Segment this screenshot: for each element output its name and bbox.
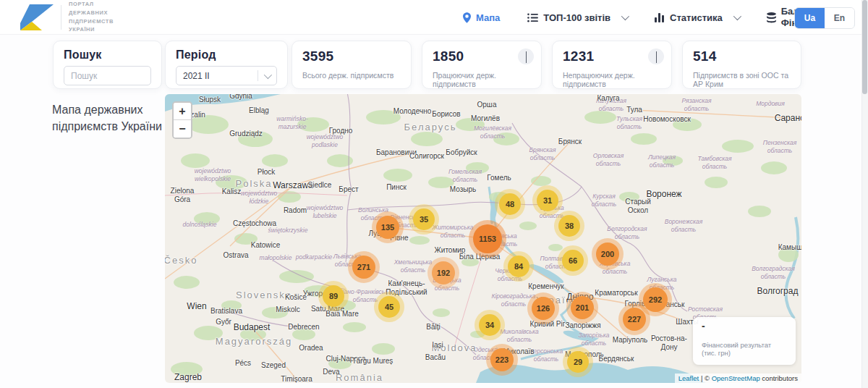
cluster-count: 227 <box>623 308 646 331</box>
cluster-count: 31 <box>537 190 558 211</box>
search-input[interactable] <box>71 71 144 81</box>
stat-label: Працюючих держ. підприємств <box>433 71 531 88</box>
map-cluster-marker[interactable]: 35 <box>409 204 439 235</box>
map-cluster-marker[interactable]: 1153 <box>469 220 506 258</box>
cluster-count: 38 <box>558 215 580 237</box>
search-card: Пошук <box>53 41 162 89</box>
select-divider <box>258 70 258 81</box>
cluster-count: 34 <box>479 314 501 336</box>
cluster-count: 84 <box>508 256 529 277</box>
cluster-count: 201 <box>571 296 594 319</box>
map-pin-icon <box>463 12 471 23</box>
map-cluster-marker[interactable]: 200 <box>592 238 624 270</box>
map-legend: - Фінансовий результат (тис. грн) <box>693 317 796 365</box>
map-cluster-marker[interactable]: 192 <box>427 257 459 289</box>
cluster-count: 192 <box>432 261 455 284</box>
cluster-count: 292 <box>643 287 668 312</box>
scrollbar-thumb[interactable] <box>862 0 867 94</box>
page-scrollbar[interactable] <box>861 0 868 388</box>
map-cluster-marker[interactable]: 45 <box>374 292 404 322</box>
cluster-count: 200 <box>596 242 619 266</box>
stat-card-inactive: 1231 Непрацюючих держ. підприємств <box>552 41 672 89</box>
legend-label: Фінансовий результат (тис. грн) <box>702 341 787 357</box>
chevron-down-icon <box>264 70 272 78</box>
lang-en-button[interactable]: En <box>825 8 854 28</box>
chevron-down-icon <box>656 51 657 63</box>
map-cluster-marker[interactable]: 271 <box>348 251 380 283</box>
map-cluster-marker[interactable]: 227 <box>618 303 650 335</box>
logo-divider <box>61 5 61 30</box>
chevron-down-icon <box>526 51 527 63</box>
chevron-down-icon <box>621 12 629 20</box>
nav-label-top100: ТОП-100 звітів <box>543 12 610 23</box>
cluster-count: 66 <box>562 250 584 271</box>
stat-card-oos-crimea: 514 Підприємств в зоні ООС та АР Крим <box>682 41 801 89</box>
stat-label: Непрацюючих держ. підприємств <box>563 71 661 88</box>
nav-item-top100[interactable]: ТОП-100 звітів <box>527 12 627 23</box>
map-cluster-marker[interactable]: 31 <box>532 185 563 216</box>
database-icon <box>767 12 776 23</box>
map-zoom-control: + − <box>172 101 192 139</box>
cluster-count: 35 <box>413 208 435 230</box>
period-title: Період <box>176 48 277 62</box>
nav-label-statistics: Статистика <box>670 12 723 23</box>
stat-label: Підприємств в зоні ООС та АР Крим <box>693 71 791 88</box>
stat-value: 1231 <box>563 48 661 64</box>
language-switcher: Ua En <box>794 7 855 29</box>
map-cluster-marker[interactable]: 135 <box>372 211 404 243</box>
stat-value: 1850 <box>433 48 531 64</box>
map-cluster-marker[interactable]: 201 <box>566 292 598 324</box>
stat-value: 3595 <box>302 48 401 64</box>
map-cluster-marker[interactable]: 38 <box>554 211 584 241</box>
stat-card-total: 3595 Всього держ. підприємств <box>292 41 412 89</box>
header: ПОРТАЛ ДЕРЖАВНИХ ПІДПРИЄМСТВ УКРАЇНИ Мап… <box>0 0 868 35</box>
stat-label: Всього держ. підприємств <box>302 71 401 80</box>
map-cluster-marker[interactable]: 29 <box>563 347 593 377</box>
page: ПОРТАЛ ДЕРЖАВНИХ ПІДПРИЄМСТВ УКРАЇНИ Мап… <box>0 0 868 388</box>
cluster-count: 126 <box>532 297 555 320</box>
cluster-count: 29 <box>567 351 589 373</box>
page-title: Мапа державних підприємств України <box>52 101 162 135</box>
logo-line: ДЕРЖАВНИХ <box>69 9 114 17</box>
logo-line: УКРАЇНИ <box>69 25 114 34</box>
map-cluster-marker[interactable]: 84 <box>503 251 534 282</box>
expand-button[interactable] <box>648 48 664 64</box>
map-canvas[interactable]: Волинська областьРівненська областьЖитом… <box>165 94 801 383</box>
zoom-out-button[interactable]: − <box>174 120 191 138</box>
map-cluster-marker[interactable]: 89 <box>318 281 349 311</box>
map-attribution: Leaflet | © OpenStreetMap contributors <box>675 374 801 383</box>
cluster-count: 89 <box>323 285 344 307</box>
osm-link[interactable]: OpenStreetMap <box>712 374 760 382</box>
nav-item-map[interactable]: Мапа <box>463 12 500 23</box>
map-cluster-marker[interactable]: 126 <box>527 292 559 324</box>
period-card: Період 2021 II <box>165 41 288 89</box>
map-cluster-marker[interactable]: 66 <box>558 245 588 276</box>
cluster-count: 135 <box>376 216 399 239</box>
logo-text: ПОРТАЛ ДЕРЖАВНИХ ПІДПРИЄМСТВ УКРАЇНИ <box>69 0 114 34</box>
logo-flag-icon <box>20 4 54 30</box>
nav-item-statistics[interactable]: Статистика <box>655 12 739 23</box>
period-select[interactable]: 2021 II <box>176 66 277 85</box>
stat-value: 514 <box>693 48 791 64</box>
bar-chart-icon <box>655 13 665 22</box>
nav-label-map: Мапа <box>476 12 500 23</box>
map-cluster-marker[interactable]: 48 <box>495 189 525 219</box>
map-cluster-marker[interactable]: 34 <box>475 310 505 340</box>
leaflet-link[interactable]: Leaflet <box>678 374 699 382</box>
cluster-count: 1153 <box>473 224 502 253</box>
cluster-count: 271 <box>352 256 375 279</box>
search-title: Пошук <box>64 48 151 62</box>
cluster-count: 223 <box>490 348 514 371</box>
list-icon <box>527 13 538 22</box>
lang-ua-button[interactable]: Ua <box>795 8 825 28</box>
period-value: 2021 II <box>183 71 210 81</box>
chevron-down-icon <box>733 12 741 20</box>
cluster-count: 45 <box>378 296 400 318</box>
legend-collapse-button[interactable]: - <box>702 322 787 330</box>
logo[interactable]: ПОРТАЛ ДЕРЖАВНИХ ПІДПРИЄМСТВ УКРАЇНИ <box>20 0 114 34</box>
expand-button[interactable] <box>518 48 534 64</box>
map-cluster-marker[interactable]: 223 <box>486 344 518 376</box>
logo-line: ПОРТАЛ <box>69 0 114 9</box>
zoom-in-button[interactable]: + <box>174 103 191 120</box>
logo-line: ПІДПРИЄМСТВ <box>69 17 114 26</box>
